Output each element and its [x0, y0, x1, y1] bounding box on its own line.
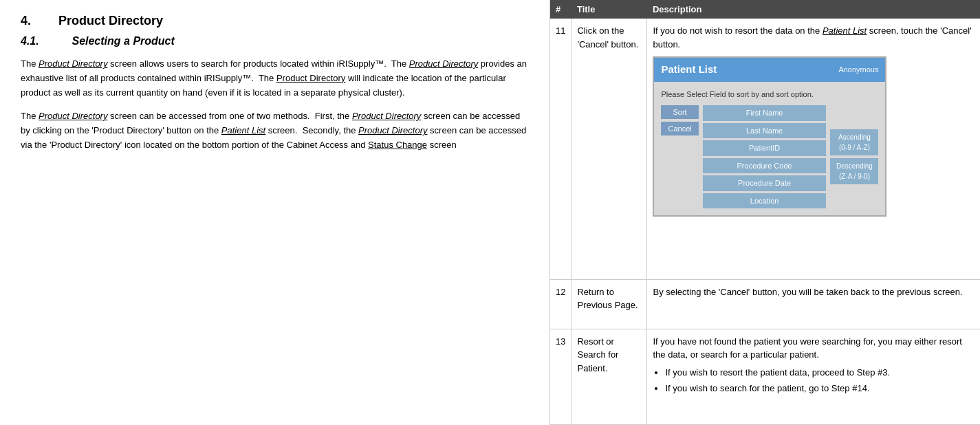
field-procedure-date[interactable]: Procedure Date	[703, 175, 827, 191]
row-13-desc: If you have not found the patient you we…	[647, 329, 980, 424]
cancel-button[interactable]: Cancel	[661, 122, 698, 135]
left-panel: 4. Product Directory 4.1. Selecting a Pr…	[0, 0, 550, 425]
field-patient-id[interactable]: PatientID	[703, 140, 827, 156]
sort-descending[interactable]: Descending(Z-A / 9-0)	[830, 158, 878, 184]
row-13-num: 13	[550, 329, 571, 424]
patient-list-fields: First Name Last Name PatientID Procedure…	[703, 105, 827, 208]
patient-list-body: Please Select Field to sort by and sort …	[654, 82, 885, 216]
sort-options: Ascending(0-9 / A-Z) Descending(Z-A / 9-…	[830, 105, 878, 208]
row-13-bullet-list: If you wish to resort the patient data, …	[653, 366, 974, 395]
field-location[interactable]: Location	[703, 193, 827, 209]
field-procedure-code[interactable]: Procedure Code	[703, 158, 827, 174]
row-12-num: 12	[550, 279, 571, 329]
patient-list-content: Sort Cancel First Name Last Name Patient…	[661, 105, 878, 208]
subsection-heading: 4.1. Selecting a Product	[21, 35, 529, 47]
row-13-title: Resort or Search for Patient.	[571, 329, 647, 424]
right-panel: # Title Description 11 Click on the 'Can…	[550, 0, 980, 425]
sort-ascending[interactable]: Ascending(0-9 / A-Z)	[830, 129, 878, 155]
patient-list-widget: Patient List Anonymous Please Select Fie…	[653, 56, 886, 217]
subsection-title-text: Selecting a Product	[72, 35, 174, 47]
paragraph-1: The Product Directory screen allows user…	[21, 57, 529, 100]
row-11-title: Click on the 'Cancel' button.	[571, 19, 647, 279]
list-item: If you wish to resort the patient data, …	[665, 366, 974, 380]
steps-table: # Title Description 11 Click on the 'Can…	[550, 0, 980, 425]
patient-list-title: Patient List	[661, 62, 717, 78]
table-row: 12 Return to Previous Page. By selecting…	[550, 279, 980, 329]
subsection-number: 4.1.	[21, 35, 69, 47]
col-header-title: Title	[571, 0, 647, 19]
table-row: 13 Resort or Search for Patient. If you …	[550, 329, 980, 424]
section-heading: 4. Product Directory	[21, 14, 529, 28]
field-first-name[interactable]: First Name	[703, 105, 827, 121]
row-12-title: Return to Previous Page.	[571, 279, 647, 329]
patient-list-anon: Anonymous	[838, 64, 878, 76]
row-11-desc: If you do not wish to resort the data on…	[647, 19, 980, 279]
col-header-num: #	[550, 0, 571, 19]
section-number: 4.	[21, 14, 55, 28]
field-last-name[interactable]: Last Name	[703, 123, 827, 139]
patient-list-header: Patient List Anonymous	[654, 58, 885, 82]
sort-button[interactable]: Sort	[661, 105, 698, 119]
patient-list-subtitle: Please Select Field to sort by and sort …	[661, 89, 878, 100]
list-item: If you wish to search for the patient, g…	[665, 382, 974, 395]
col-header-description: Description	[647, 0, 980, 19]
row-12-desc: By selecting the 'Cancel' button, you wi…	[647, 279, 980, 329]
row-11-desc-text: If you do not wish to resort the data on…	[653, 25, 971, 50]
paragraph-2: The Product Directory screen can be acce…	[21, 109, 529, 152]
section-title-text: Product Directory	[58, 14, 163, 28]
table-row: 11 Click on the 'Cancel' button. If you …	[550, 19, 980, 279]
row-11-num: 11	[550, 19, 571, 279]
row-13-desc-text: If you have not found the patient you we…	[653, 336, 961, 360]
patient-list-buttons: Sort Cancel	[661, 105, 698, 208]
